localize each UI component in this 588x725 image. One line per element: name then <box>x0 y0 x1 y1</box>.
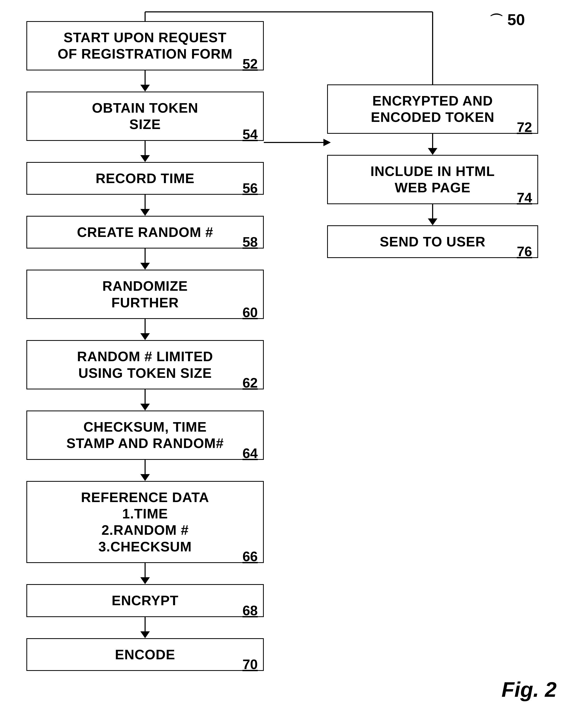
arrow-58-60 <box>26 249 264 270</box>
step-64-number: 64 <box>243 446 258 461</box>
step-70-text: ENCODE <box>115 646 175 663</box>
step-66-text: REFERENCE DATA1.TIME2.RANDOM #3.CHECKSUM <box>81 489 209 555</box>
step-72-box: ENCRYPTED ANDENCODED TOKEN 72 <box>327 84 538 134</box>
step-54-text: OBTAIN TOKENSIZE <box>92 100 198 133</box>
step-62-text: RANDOM # LIMITEDUSING TOKEN SIZE <box>77 348 213 381</box>
right-flowchart: ENCRYPTED ANDENCODED TOKEN 72 INCLUDE IN… <box>327 84 538 258</box>
step-74-number: 74 <box>517 190 532 206</box>
step-70-number: 70 <box>243 657 258 672</box>
step-58-box: CREATE RANDOM # 58 <box>26 216 264 249</box>
step-56-number: 56 <box>243 180 258 196</box>
step-58-number: 58 <box>243 234 258 250</box>
step-56-text: RECORD TIME <box>96 170 195 187</box>
step-76-box: SEND TO USER 76 <box>327 225 538 258</box>
step-74-text: INCLUDE IN HTMLWEB PAGE <box>370 163 495 196</box>
step-60-box: RANDOMIZEFURTHER 60 <box>26 270 264 319</box>
arrow-62-64 <box>26 389 264 411</box>
arrow-66-68 <box>26 563 264 584</box>
arrow-64-66 <box>26 460 264 481</box>
step-54-box: OBTAIN TOKENSIZE 54 <box>26 91 264 141</box>
step-56-box: RECORD TIME 56 <box>26 162 264 195</box>
step-68-text: ENCRYPT <box>111 592 178 609</box>
arrow-56-58 <box>26 195 264 216</box>
step-70-box: ENCODE 70 <box>26 638 264 671</box>
step-62-box: RANDOM # LIMITEDUSING TOKEN SIZE 62 <box>26 340 264 389</box>
step-74-box: INCLUDE IN HTMLWEB PAGE 74 <box>327 155 538 204</box>
step-52-number: 52 <box>243 56 258 72</box>
arrow-54-56 <box>26 141 264 162</box>
step-52-text: START UPON REQUESTOF REGISTRATION FORM <box>58 29 232 62</box>
step-64-box: CHECKSUM, TIMESTAMP AND RANDOM# 64 <box>26 411 264 460</box>
step-64-text: CHECKSUM, TIMESTAMP AND RANDOM# <box>66 419 224 452</box>
step-76-text: SEND TO USER <box>380 233 485 250</box>
arrow-74-76 <box>327 204 538 225</box>
step-68-number: 68 <box>243 603 258 618</box>
arrow-60-62 <box>26 319 264 340</box>
diagram-container: ⌒ 50 START UPON REQUESTOF REGISTRATION F… <box>10 11 578 718</box>
figure-ref-number: ⌒ 50 <box>489 11 525 30</box>
step-76-number: 76 <box>517 244 532 260</box>
figure-label: Fig. 2 <box>502 678 556 702</box>
arrow-72-74 <box>327 134 538 155</box>
arrow-52-54 <box>26 70 264 91</box>
step-66-number: 66 <box>243 548 258 564</box>
step-54-number: 54 <box>243 126 258 142</box>
step-62-number: 62 <box>243 375 258 391</box>
step-58-text: CREATE RANDOM # <box>77 224 213 240</box>
step-66-box: REFERENCE DATA1.TIME2.RANDOM #3.CHECKSUM… <box>26 481 264 563</box>
step-68-box: ENCRYPT 68 <box>26 584 264 617</box>
step-72-number: 72 <box>517 119 532 135</box>
step-60-text: RANDOMIZEFURTHER <box>102 278 188 311</box>
step-60-number: 60 <box>243 305 258 320</box>
left-flowchart: START UPON REQUESTOF REGISTRATION FORM 5… <box>26 21 264 671</box>
step-72-text: ENCRYPTED ANDENCODED TOKEN <box>371 92 495 126</box>
step-52-box: START UPON REQUESTOF REGISTRATION FORM 5… <box>26 21 264 70</box>
arrow-68-70 <box>26 617 264 638</box>
